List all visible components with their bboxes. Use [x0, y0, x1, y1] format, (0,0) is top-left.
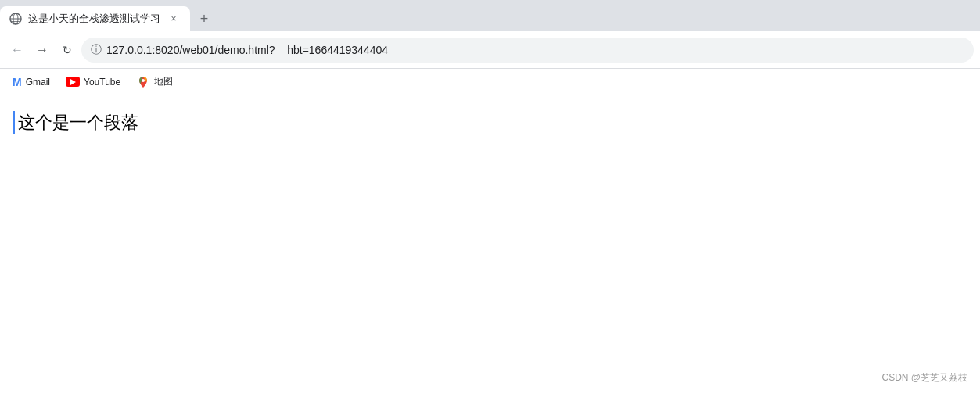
refresh-button[interactable]: ↻ — [56, 39, 78, 61]
maps-icon — [136, 75, 150, 89]
active-tab[interactable]: 这是小天的全栈渗透测试学习 × — [0, 6, 190, 31]
bookmarks-bar: M Gmail YouTube 地图 — [0, 69, 980, 95]
tab-close-button[interactable]: × — [167, 12, 181, 26]
browser-chrome: 这是小天的全栈渗透测试学习 × + ← → ↻ ⓘ 127.0.0.1:8020… — [0, 0, 980, 95]
youtube-play-triangle — [70, 79, 76, 85]
bookmark-maps[interactable]: 地图 — [130, 72, 179, 92]
forward-button[interactable]: → — [31, 39, 53, 61]
bookmark-gmail-label: Gmail — [26, 77, 50, 88]
url-bar[interactable]: ⓘ 127.0.0.1:8020/web01/demo.html?__hbt=1… — [81, 38, 974, 63]
gmail-icon: M — [13, 76, 22, 88]
back-button[interactable]: ← — [6, 39, 28, 61]
new-tab-button[interactable]: + — [193, 8, 215, 30]
tab-favicon — [9, 13, 22, 25]
svg-point-6 — [142, 79, 145, 82]
bookmark-gmail[interactable]: M Gmail — [6, 72, 56, 92]
address-bar: ← → ↻ ⓘ 127.0.0.1:8020/web01/demo.html?_… — [0, 31, 980, 69]
tab-title: 这是小天的全栈渗透测试学习 — [28, 12, 160, 26]
security-icon: ⓘ — [91, 43, 102, 57]
bookmark-maps-label: 地图 — [154, 75, 173, 88]
bookmark-youtube[interactable]: YouTube — [59, 72, 127, 92]
page-content: 这个是一个段落 CSDN @芝芝又荔枝 — [0, 95, 980, 394]
watermark: CSDN @芝芝又荔枝 — [881, 371, 967, 385]
tab-bar: 这是小天的全栈渗透测试学习 × + — [0, 0, 980, 31]
bookmark-youtube-label: YouTube — [84, 77, 120, 88]
url-text: 127.0.0.1:8020/web01/demo.html?__hbt=166… — [106, 44, 388, 56]
youtube-icon — [66, 77, 80, 87]
page-paragraph: 这个是一个段落 — [13, 111, 967, 134]
